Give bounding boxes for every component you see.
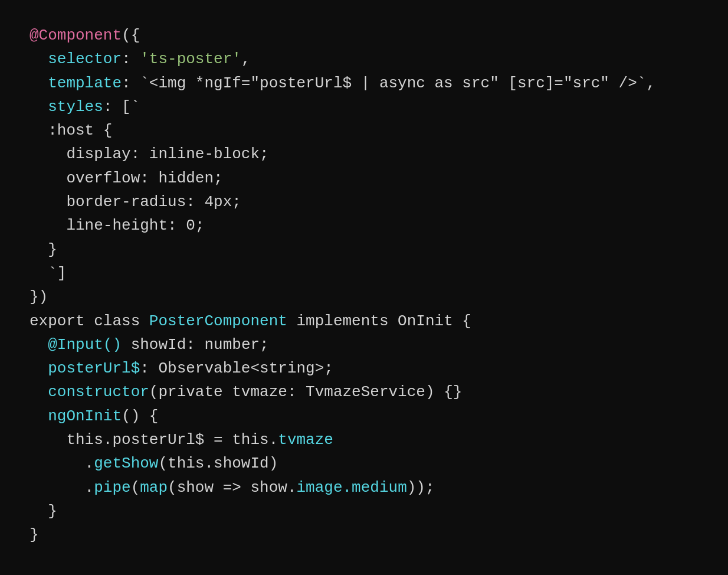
code-token: }) [29,288,48,306]
code-token: selector [29,50,122,68]
code-line: @Component({ [29,24,699,47]
code-token: } [29,502,57,520]
code-token: implements OnInit { [287,312,471,330]
code-line: posterUrl$: Observable<string>; [29,357,699,380]
code-line: .pipe(map(show => show.image.medium)); [29,476,699,499]
code-token: . [29,479,94,496]
code-token: this.posterUrl$ = this. [29,431,278,449]
code-token: )); [407,479,435,496]
code-line: .getShow(this.showId) [29,452,699,475]
code-token: 'ts-poster' [140,50,241,68]
code-token: : `<img *ngIf="posterUrl$ | async as src… [122,74,655,92]
code-token: (this.showId) [158,455,278,472]
code-token: PosterComponent [149,312,287,330]
code-token: @Component [29,27,122,44]
code-token: constructor [29,383,149,401]
code-line: } [29,523,699,547]
code-line: template: `<img *ngIf="posterUrl$ | asyn… [29,71,699,95]
code-token: map [140,479,168,496]
code-token: () { [122,407,158,425]
code-token: tvmaze [278,431,333,449]
code-line: export class PosterComponent implements … [29,309,699,333]
code-token: . [29,455,94,472]
code-token: (private tvmaze: TvmazeService) {} [149,383,463,401]
code-line: ngOnInit() { [29,404,699,428]
code-line: constructor(private tvmaze: TvmazeServic… [29,380,699,404]
code-token: export [29,312,85,330]
code-line: border-radius: 4px; [29,190,699,214]
code-token: border-radius: 4px; [29,193,241,211]
code-token: (show => show. [168,479,296,496]
code-token: template [29,74,122,92]
code-line: @Input() showId: number; [29,333,699,357]
code-line: } [29,499,699,523]
code-token: showId: number; [122,336,269,354]
code-token: posterUrl$ [29,360,140,377]
code-token: } [29,526,39,544]
code-token: : Observable<string>; [140,360,333,377]
code-token: getShow [94,455,158,472]
code-line: line-height: 0; [29,214,699,237]
code-line: this.posterUrl$ = this.tvmaze [29,428,699,452]
code-line: } [29,238,699,262]
code-token: display: inline-block; [29,145,269,163]
code-token: : [` [103,98,140,116]
code-line: }) [29,285,699,309]
code-token: styles [29,98,103,116]
code-token [29,336,48,354]
code-line: selector: 'ts-poster', [29,47,699,71]
code-token: overflow: hidden; [29,169,223,187]
code-line: `] [29,262,699,285]
code-token: :host { [29,122,112,139]
code-token: ( [131,479,140,496]
code-token: image.medium [297,479,407,496]
code-token: pipe [94,479,130,496]
code-line: :host { [29,119,699,142]
code-line: styles: [` [29,95,699,119]
code-token: : [122,50,140,68]
code-line: overflow: hidden; [29,166,699,190]
code-line: display: inline-block; [29,142,699,166]
code-token: @Input() [48,336,122,354]
code-token: , [241,50,251,68]
code-token: ({ [122,27,140,44]
code-token: class [85,312,149,330]
code-token: } [29,241,57,259]
code-token: line-height: 0; [29,217,204,234]
code-token: ngOnInit [29,407,122,425]
code-token: `] [29,264,66,282]
code-editor: @Component({ selector: 'ts-poster', temp… [29,24,699,547]
